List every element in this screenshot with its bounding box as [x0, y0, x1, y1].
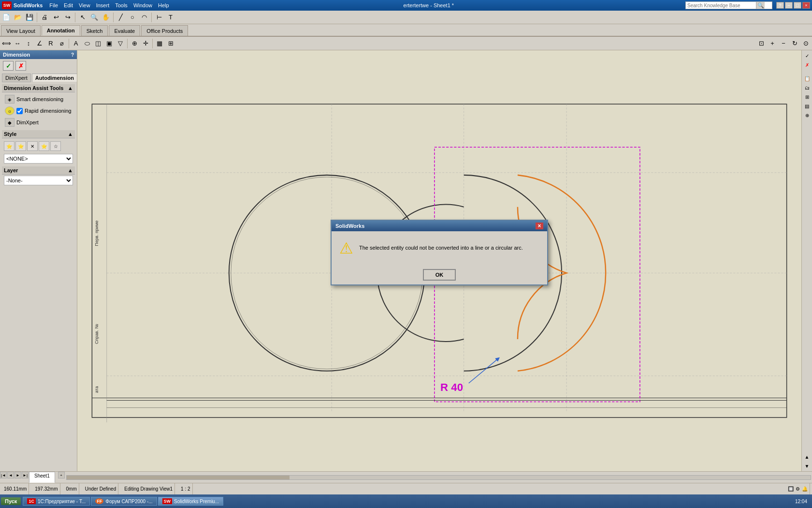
sheet-nav-last[interactable]: ►| [22, 472, 29, 478]
layer-collapse-arrow[interactable]: ▲ [68, 167, 73, 173]
circle-button[interactable]: ○ [127, 12, 138, 23]
right-btn-3[interactable]: 📋 [803, 74, 812, 83]
taskbar-item-2[interactable]: SW SolidWorks Premiu... [158, 497, 224, 506]
right-btn-1[interactable]: ✓ [803, 51, 812, 60]
right-scroll-down[interactable]: ▼ [803, 462, 812, 470]
gd-t-btn[interactable]: ▣ [104, 38, 115, 49]
rapid-dimensioning-checkbox[interactable] [16, 108, 23, 114]
layer-select[interactable]: -None- [4, 176, 73, 185]
ok-button[interactable]: ✓ [3, 61, 14, 71]
taskbar-item-0[interactable]: 1C 1С:Предприятие - Т... [23, 497, 90, 506]
arc-button[interactable]: ◠ [139, 12, 149, 23]
sheet-nav-add[interactable]: + [58, 472, 65, 478]
sheet-nav-next[interactable]: ► [14, 472, 21, 478]
print-button[interactable]: 🖨 [39, 12, 50, 23]
layer-section: Layer ▲ -None- [0, 165, 77, 187]
drawing-canvas[interactable]: Перв. приме Справ. № ата [77, 50, 801, 471]
sheet-nav-first[interactable]: |◄ [0, 472, 7, 478]
menu-insert[interactable]: Insert [93, 1, 113, 9]
right-btn-2[interactable]: ✗ [803, 60, 812, 69]
sheet-tab-bar: |◄ ◄ ► ►| Sheet1 + [0, 471, 812, 483]
tab-office-products[interactable]: Office Products [141, 25, 188, 36]
note-btn[interactable]: A [71, 38, 81, 49]
tab-autodimension[interactable]: Autodimension [32, 74, 77, 82]
close-button[interactable]: × [802, 2, 810, 9]
view-options-btn[interactable]: ⊙ [800, 38, 811, 49]
style-icon-4[interactable]: ☆ [50, 141, 61, 151]
taskbar-item-1[interactable]: FF Форум САПР2000 -... [91, 497, 157, 506]
center-mark-btn[interactable]: ✛ [140, 38, 151, 49]
surface-btn[interactable]: ▽ [115, 38, 126, 49]
start-button[interactable]: Пуск [1, 497, 21, 505]
zoom-in-btn[interactable]: + [767, 38, 778, 49]
new-button[interactable]: 📄 [1, 12, 12, 23]
search-input[interactable] [686, 3, 756, 8]
annotation-toolbar: ⟺ ↔ ↕ ∠ R ⌀ A ⬭ ◫ ▣ ▽ ⊕ ✛ ▦ ⊞ ⊡ + − ↻ ⊙ [0, 37, 812, 50]
right-btn-5[interactable]: ⊞ [803, 92, 812, 101]
tab-dimxpert[interactable]: DimXpert [2, 74, 31, 82]
style-icon-2[interactable]: ⭐ [15, 141, 26, 151]
smart-dimensioning-item[interactable]: ◈ Smart dimensioning [2, 93, 75, 105]
status-editing: Editing Drawing View1 [122, 483, 175, 494]
menu-view[interactable]: View [76, 1, 93, 9]
menu-file[interactable]: File [46, 1, 61, 9]
help-button[interactable]: ? [776, 2, 784, 9]
right-scroll-up[interactable]: ▲ [803, 452, 812, 461]
dimension-button[interactable]: ⊢ [154, 12, 164, 23]
zoom-button[interactable]: 🔍 [89, 12, 100, 23]
sheet-tab-1[interactable]: Sheet1 [29, 472, 55, 483]
menu-tools[interactable]: Tools [112, 1, 130, 9]
tab-sketch[interactable]: Sketch [81, 25, 108, 36]
zoom-fit-btn[interactable]: ⊡ [756, 38, 767, 49]
dialog-close-button[interactable]: × [536, 223, 543, 229]
redo-button[interactable]: ↪ [62, 12, 73, 23]
right-btn-4[interactable]: 🗂 [803, 83, 812, 92]
tab-evaluate[interactable]: Evaluate [109, 25, 140, 36]
horiz-dim-btn[interactable]: ↔ [12, 38, 23, 49]
dimxpert-item[interactable]: ◆ DimXpert [2, 117, 75, 128]
diameter-dim-btn[interactable]: ⌀ [57, 38, 67, 49]
hscrollbar[interactable] [65, 472, 812, 483]
style-icon-3[interactable]: ⭐ [39, 141, 49, 151]
menu-edit[interactable]: Edit [61, 1, 76, 9]
rotate-btn[interactable]: ↻ [789, 38, 800, 49]
note-button[interactable]: T [165, 12, 176, 23]
panel-help-button[interactable]: ? [71, 52, 74, 58]
right-btn-7[interactable]: ⊕ [803, 111, 812, 120]
style-icon-1[interactable]: ⭐ [4, 141, 14, 151]
right-btn-6[interactable]: ▤ [803, 102, 812, 110]
cancel-button[interactable]: ✗ [15, 61, 26, 71]
rapid-dimensioning-item[interactable]: ☼ Rapid dimensioning [2, 105, 75, 117]
app-logo: SW SolidWorks [2, 1, 43, 9]
style-icon-delete[interactable]: ✕ [27, 141, 38, 151]
area-hatch-btn[interactable]: ▦ [154, 38, 165, 49]
angular-dim-btn[interactable]: ∠ [34, 38, 45, 49]
tab-annotation[interactable]: Annotation [42, 25, 80, 36]
line-button[interactable]: ╱ [116, 12, 126, 23]
style-select[interactable]: <NONE> [4, 154, 73, 164]
smart-dim-icon: ◈ [5, 95, 14, 104]
select-button[interactable]: ↖ [77, 12, 88, 23]
save-button[interactable]: 💾 [24, 12, 35, 23]
datum-btn[interactable]: ◫ [93, 38, 103, 49]
dialog-ok-button[interactable]: OK [423, 269, 456, 281]
collapse-arrow[interactable]: ▲ [68, 85, 73, 91]
radius-dim-btn[interactable]: R [45, 38, 56, 49]
zoom-out-btn[interactable]: − [778, 38, 789, 49]
maximize-button[interactable]: □ [794, 2, 801, 9]
pan-button[interactable]: ✋ [101, 12, 111, 23]
sheet-nav-prev[interactable]: ◄ [7, 472, 14, 478]
vert-dim-btn[interactable]: ↕ [23, 38, 34, 49]
smart-dim-btn[interactable]: ⟺ [1, 38, 12, 49]
table-btn[interactable]: ⊞ [165, 38, 176, 49]
balloon-btn[interactable]: ⬭ [82, 38, 92, 49]
style-collapse-arrow[interactable]: ▲ [68, 131, 73, 137]
menu-window[interactable]: Window [130, 1, 155, 9]
tab-view-layout[interactable]: View Layout [1, 25, 41, 36]
undo-button[interactable]: ↩ [51, 12, 61, 23]
search-button[interactable]: 🔍 [756, 2, 765, 9]
centerline-btn[interactable]: ⊕ [129, 38, 140, 49]
menu-help[interactable]: Help [155, 1, 172, 9]
minimize-button[interactable]: – [785, 2, 793, 9]
open-button[interactable]: 📂 [13, 12, 23, 23]
